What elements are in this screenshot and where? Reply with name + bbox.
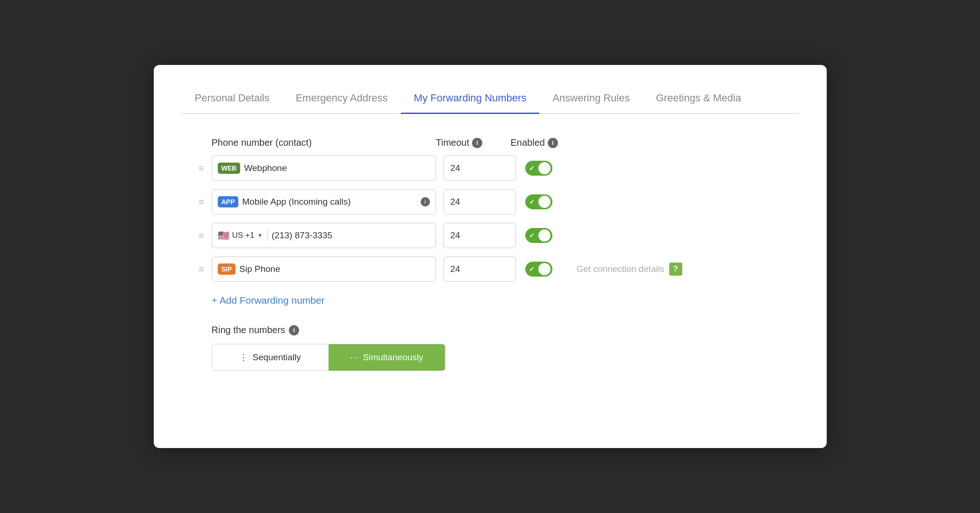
- table-row: ≡ WEB Webphone ✓: [191, 156, 789, 181]
- table-row: ≡ APP Mobile App (Incoming calls) i ✓: [191, 189, 789, 214]
- tab-bar: Personal Details Emergency Address My Fo…: [182, 84, 799, 114]
- table-row: ≡ SIP Sip Phone ✓ Get connection details…: [191, 256, 789, 282]
- toggle-us-phone-control[interactable]: ✓: [525, 228, 552, 243]
- toggle-sip-phone[interactable]: ✓: [525, 262, 563, 277]
- enabled-info-icon[interactable]: i: [548, 138, 558, 148]
- connection-details-label: Get connection details: [577, 264, 665, 274]
- mobile-app-label: Mobile App (Incoming calls): [242, 197, 416, 207]
- phone-number-input[interactable]: [272, 230, 429, 241]
- simultaneously-icon: ⋯: [350, 352, 358, 363]
- us-flag-icon: 🇺🇸: [218, 230, 229, 241]
- timeout-mobile-app-wrap: [444, 189, 516, 214]
- toggle-thumb: [538, 229, 551, 242]
- toggle-track: ✓: [525, 262, 552, 277]
- timeout-sip-phone-input[interactable]: [444, 256, 516, 282]
- toggle-mobile-app-control[interactable]: ✓: [525, 194, 552, 209]
- badge-web: WEB: [218, 163, 241, 174]
- toggle-thumb: [538, 196, 551, 208]
- tab-answering-rules[interactable]: Answering Rules: [539, 84, 643, 114]
- phone-input-mobile-app: APP Mobile App (Incoming calls) i: [212, 189, 436, 214]
- drag-handle-webphone[interactable]: ≡: [191, 163, 212, 174]
- mobile-app-info-icon[interactable]: i: [421, 197, 430, 207]
- sip-phone-label: Sip Phone: [239, 264, 429, 274]
- timeout-webphone-wrap: [444, 156, 516, 181]
- timeout-info-icon[interactable]: i: [472, 138, 482, 148]
- add-forwarding-link[interactable]: + Add Forwarding number: [212, 295, 325, 306]
- timeout-us-phone-input[interactable]: [444, 223, 516, 248]
- badge-sip: SIP: [218, 264, 236, 275]
- tab-my-forwarding-numbers[interactable]: My Forwarding Numbers: [401, 84, 540, 114]
- table-header: Phone number (contact) Timeout i Enabled…: [191, 137, 789, 148]
- col-enabled-header: Enabled i: [511, 137, 567, 148]
- toggle-webphone[interactable]: ✓: [525, 161, 563, 176]
- country-code-label: US +1: [232, 231, 255, 240]
- content-area: Phone number (contact) Timeout i Enabled…: [182, 133, 799, 376]
- col-timeout-header: Timeout i: [436, 137, 511, 148]
- webphone-label: Webphone: [244, 163, 429, 173]
- sequentially-button[interactable]: ⋮ Sequentially: [212, 344, 329, 370]
- drag-handle-sip-phone[interactable]: ≡: [191, 264, 212, 275]
- sequentially-icon: ⋮: [239, 352, 248, 363]
- ring-info-icon[interactable]: i: [289, 325, 299, 335]
- tab-greetings-media[interactable]: Greetings & Media: [643, 84, 754, 114]
- phone-input-us-phone: 🇺🇸 US +1 ▼: [212, 223, 436, 248]
- toggle-sip-phone-control[interactable]: ✓: [525, 262, 552, 277]
- col-phone-header: Phone number (contact): [212, 137, 436, 148]
- country-select[interactable]: 🇺🇸 US +1 ▼: [218, 230, 268, 241]
- ring-label: Ring the numbers i: [212, 325, 789, 335]
- connection-details-button[interactable]: ?: [669, 263, 682, 276]
- timeout-us-phone-wrap: [444, 223, 516, 248]
- simultaneously-button[interactable]: ⋯ Simultaneously: [329, 344, 445, 370]
- toggle-track: ✓: [525, 228, 552, 243]
- toggle-webphone-control[interactable]: ✓: [525, 161, 552, 176]
- drag-handle-us-phone[interactable]: ≡: [191, 230, 212, 241]
- badge-app: APP: [218, 196, 239, 207]
- ring-section: Ring the numbers i ⋮ Sequentially ⋯ Simu…: [212, 325, 789, 371]
- tab-emergency-address[interactable]: Emergency Address: [283, 84, 401, 114]
- chevron-down-icon: ▼: [257, 232, 263, 239]
- toggle-track: ✓: [525, 161, 552, 176]
- phone-input-webphone: WEB Webphone: [212, 156, 436, 181]
- toggle-mobile-app[interactable]: ✓: [525, 194, 563, 209]
- toggle-track: ✓: [525, 194, 552, 209]
- timeout-sip-phone-wrap: [444, 256, 516, 282]
- toggle-thumb: [538, 263, 551, 275]
- phone-input-sip-phone: SIP Sip Phone: [212, 256, 436, 282]
- table-row: ≡ 🇺🇸 US +1 ▼ ✓: [191, 223, 789, 248]
- toggle-thumb: [538, 162, 551, 174]
- main-window: Personal Details Emergency Address My Fo…: [154, 65, 827, 448]
- drag-handle-mobile-app[interactable]: ≡: [191, 197, 212, 207]
- timeout-webphone-input[interactable]: [444, 156, 516, 181]
- tab-personal-details[interactable]: Personal Details: [182, 84, 283, 114]
- ring-buttons: ⋮ Sequentially ⋯ Simultaneously: [212, 344, 445, 371]
- connection-details: Get connection details ?: [577, 263, 682, 276]
- toggle-us-phone[interactable]: ✓: [525, 228, 563, 243]
- timeout-mobile-app-input[interactable]: [444, 189, 516, 214]
